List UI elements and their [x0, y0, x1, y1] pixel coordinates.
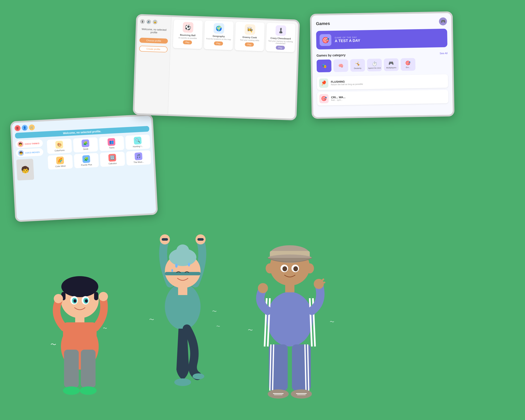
user-icon[interactable]: 👤 [22, 125, 28, 131]
svg-rect-33 [178, 287, 187, 295]
category-dexterity[interactable]: 🤸 Dexterity [350, 59, 365, 72]
granny-cook-desc: Test your cooking skills [236, 39, 263, 42]
svg-point-10 [85, 299, 88, 303]
svg-point-64 [291, 389, 312, 399]
svg-point-48 [266, 263, 274, 273]
svg-text:〜: 〜 [149, 317, 154, 322]
category-clock[interactable]: ⏱️ Against the clock [367, 59, 382, 71]
sidebar-welcome: Welcome, no selected profile [140, 28, 168, 34]
coco-moves-nav[interactable]: 🧒 COCO MOVES [16, 148, 44, 157]
crazy-chess-name: Crazy Chessboard [267, 37, 294, 40]
svg-point-35 [193, 373, 204, 379]
game-twins[interactable]: 👥 Twins [99, 136, 124, 151]
games-grid-row2: 🌈 Color Mind 🧩 Puzzle Plus 🔢 Calculus 🎵 … [48, 150, 151, 170]
svg-point-34 [174, 378, 191, 386]
game-colorform[interactable]: 🎨 ColorForm [47, 139, 72, 154]
game-music[interactable]: 🎵 The Musi... [126, 150, 151, 166]
lock-icon[interactable]: 🔒 [153, 19, 158, 24]
god-avatar: 🎯 [319, 34, 331, 46]
svg-point-63 [268, 389, 289, 399]
svg-point-26 [176, 244, 189, 256]
svg-rect-12 [63, 322, 97, 352]
flushing-icon: 🏓 [319, 78, 328, 88]
game-of-day-banner[interactable]: 🎯 GAME OF THE DAY A TEST A DAY [316, 29, 447, 50]
featured-games-list: 🏓 FLUSHING Return the ball as long as po… [317, 74, 448, 106]
svg-text:〜: 〜 [50, 341, 56, 348]
geography-name: Geography [205, 34, 232, 38]
svg-point-29 [188, 263, 190, 267]
svg-point-53 [293, 266, 298, 271]
game-crazy-chess[interactable]: ♟️ Crazy Chessboard Test your memory by … [266, 23, 295, 52]
category-all-icon: 🎭 [321, 63, 327, 68]
coco-moves-label: COCO MOVES [25, 151, 40, 154]
cri-icon: 🎯 [319, 94, 329, 103]
category-dexterity-icon: 🤸 [355, 61, 360, 66]
game-granny-cook[interactable]: 👩‍🍳 Granny Cook Test your cooking skills… [235, 22, 265, 51]
svg-rect-4 [94, 292, 98, 300]
svg-text:〜: 〜 [248, 327, 253, 333]
coco-thinks-nav[interactable]: 🧒 COCO THINKS [15, 139, 43, 148]
category-em[interactable]: 🎯 Em... [401, 58, 415, 71]
bouncing-ball-desc: As quickly as possible [175, 37, 201, 39]
svg-rect-54 [285, 284, 294, 292]
svg-text:〜: 〜 [103, 326, 107, 331]
crazy-chess-desc: Test your memory by coloring chessboard [267, 40, 294, 45]
svg-point-55 [258, 283, 268, 293]
geography-desc: Find the locations on the map [205, 37, 232, 40]
svg-text:〜: 〜 [330, 319, 334, 325]
svg-point-13 [54, 294, 63, 303]
category-brain[interactable]: 🧠 [333, 59, 348, 72]
svg-point-30 [171, 269, 173, 272]
svg-point-28 [175, 263, 178, 268]
svg-point-14 [99, 292, 108, 301]
see-all-link[interactable]: See All [440, 52, 448, 55]
user-avatar[interactable]: 🎮 [439, 18, 447, 26]
game-color-mind[interactable]: 🌈 Color Mind [48, 154, 73, 170]
game-geography[interactable]: 🌍 Geography Find the locations on the ma… [204, 21, 234, 50]
choose-profile-button[interactable]: Choose profile [140, 37, 168, 44]
svg-rect-16 [81, 350, 95, 387]
game-calculus[interactable]: 🔢 Calculus [100, 152, 125, 167]
categories-title: Games by category [317, 53, 346, 57]
game-bouncing-ball[interactable]: ⚽ Bouncing Ball As quickly as possible P… [173, 19, 203, 49]
cart-icon[interactable]: 🛒 [29, 124, 35, 131]
game-simili[interactable]: 🧩 Simili [73, 137, 98, 152]
geography-play[interactable]: Play [214, 41, 223, 46]
category-all[interactable]: 🎭 [317, 59, 332, 72]
tablet-middle: ℹ 🔊 🔒 Welcome, no selected profile Choos… [133, 14, 300, 121]
svg-rect-31 [162, 238, 168, 241]
tablet-middle-main: ⚽ Bouncing Ball As quickly as possible P… [168, 17, 298, 119]
svg-line-41 [268, 298, 270, 346]
category-multi[interactable]: 🎮 Multiplayers [384, 58, 399, 71]
game-hunting[interactable]: 🔍 Hunting I... [125, 134, 150, 150]
god-name: A TEST A DAY [335, 38, 360, 43]
tablet-right: Games 🎮 🎯 GAME OF THE DAY A TEST A DAY G… [310, 11, 455, 119]
svg-rect-57 [269, 344, 288, 391]
featured-flushing[interactable]: 🏓 FLUSHING Return the ball as long as po… [317, 74, 448, 90]
category-em-icon: 🎯 [405, 60, 411, 65]
featured-cri[interactable]: 🎯 CRI... WA... find... sym... [317, 90, 448, 106]
bouncing-ball-play[interactable]: Play [183, 40, 192, 45]
category-multi-icon: 🎮 [388, 61, 394, 66]
create-profile-button[interactable]: Create profile [139, 46, 168, 53]
category-dexterity-label: Dexterity [354, 67, 361, 69]
god-label: GAME OF THE DAY [335, 36, 360, 39]
character-avatar: 🧒 [16, 159, 34, 181]
crazy-chess-play[interactable]: Play [276, 46, 285, 50]
middle-games-grid: ⚽ Bouncing Ball As quickly as possible P… [173, 19, 295, 52]
tablet-left: ☰ 👤 🛒 Welcome, no selected profile. 🧒 CO… [10, 114, 158, 222]
granny-cook-play[interactable]: Play [245, 42, 254, 47]
svg-point-2 [61, 276, 98, 297]
game-puzzle-plus[interactable]: 🧩 Puzzle Plus [74, 153, 99, 168]
bouncing-ball-name: Bouncing Ball [175, 33, 201, 37]
sound-icon[interactable]: 🔊 [146, 19, 151, 24]
svg-text:〜: 〜 [216, 324, 220, 328]
svg-point-18 [80, 386, 97, 395]
menu-icon[interactable]: ☰ [15, 125, 21, 131]
games-title: Games [316, 21, 330, 26]
coco-thinks-label: COCO THINKS [25, 142, 39, 145]
svg-rect-32 [197, 238, 204, 241]
categories-row: 🎭 🧠 🤸 Dexterity ⏱️ Against the clock 🎮 M… [317, 57, 448, 73]
info-icon[interactable]: ℹ [140, 19, 145, 24]
tablet-middle-sidebar: ℹ 🔊 🔒 Welcome, no selected profile Choos… [134, 16, 171, 114]
